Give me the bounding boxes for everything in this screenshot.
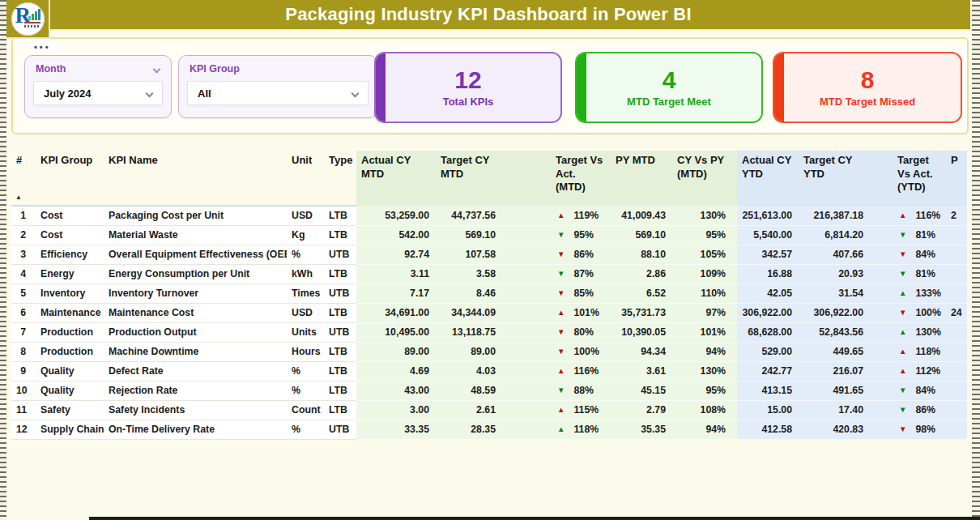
table-row[interactable]: 9QualityDefect Rate%LTB4.694.03▲116%3.61… [11,361,967,381]
cell-type: UTB [324,322,356,342]
mtd-target-meet-value: 4 [663,67,676,93]
spacer-cell [502,400,551,420]
bar-chart-icon [28,9,40,20]
col-header-unit[interactable]: Unit [287,151,324,206]
cell-actual_ytd: 251,613.00 [737,206,799,225]
month-slicer: Month July 2024 [24,55,172,118]
col-header-kpi-name[interactable]: KPI Name [104,151,287,206]
trend-up-icon: ▲ [899,211,906,220]
col-header-target-cy-ytd[interactable]: Target CY YTD [799,151,870,206]
col-header-kpi-group[interactable]: KPI Group [36,151,104,206]
table-row[interactable]: 10QualityRejection Rate%LTB43.0048.59▼88… [11,381,967,400]
chevron-down-icon[interactable] [146,89,154,97]
spacer-cell [502,283,551,303]
sort-ascending-icon[interactable]: ▲ [15,194,22,202]
filter-summary-panel: ••• Month July 2024 KPI Group All 12 T [11,37,969,134]
col-header-py-ytd-partial[interactable]: P [946,151,967,206]
variance-value: 98% [915,424,935,435]
table-row[interactable]: 2CostMaterial WasteKgLTB542.00569.10▼95%… [11,225,967,245]
variance-value: 84% [915,385,935,396]
cell-py_mtd: 2.79 [611,400,672,420]
cell-num: 12 [11,420,36,439]
variance-value: 86% [915,404,935,416]
cell-py_mtd: 35,731.73 [611,303,672,322]
col-header-actual-cy-mtd[interactable]: Actual CY MTD [356,151,436,206]
cell-num: 5 [11,283,36,303]
cell-target_ytd: 491.65 [799,381,870,400]
table-row[interactable]: 6MaintenanceMaintenance CostUSDLTB34,691… [11,303,967,322]
cell-num: 6 [11,303,36,322]
col-header-py-mtd[interactable]: PY MTD [611,151,672,206]
cell-type: LTB [324,361,356,381]
cell-unit: % [287,420,324,439]
total-kpis-label: Total KPIs [443,96,494,108]
variance-cell: ▲115% [551,400,611,420]
kpi-group-slicer-header[interactable]: KPI Group [179,56,377,79]
variance-cell: ▲130% [893,322,946,342]
cell-cyvspy_mtd: 130% [672,206,737,225]
table-row[interactable]: 7ProductionProduction OutputUnitsUTB10,4… [11,322,967,342]
month-slicer-label: Month [36,63,66,75]
spacer-cell [502,361,551,381]
left-perforation-edge [0,0,6,520]
variance-cell: ▼84% [893,381,946,400]
col-header-cy-vs-py-mtd[interactable]: CY Vs PY (MTD) [672,151,737,206]
month-dropdown[interactable]: July 2024 [33,81,163,105]
trend-down-icon: ▼ [557,230,565,239]
table-row[interactable]: 8ProductionMachine DowntimeHoursLTB89.00… [11,342,967,361]
trend-down-icon: ▼ [557,347,565,356]
variance-cell: ▲133% [893,283,946,303]
cell-group: Efficiency [36,245,104,264]
cell-unit: Count [287,400,324,420]
variance-value: 118% [573,424,599,435]
trend-up-icon: ▲ [557,405,565,414]
variance-value: 116% [915,210,940,221]
month-slicer-header[interactable]: Month [25,56,171,79]
cell-actual_mtd: 53,259.00 [356,206,436,225]
col-header-target-vs-act-ytd[interactable]: Target Vs Act. (YTD) [893,151,946,206]
chevron-down-icon[interactable] [352,89,360,97]
table-row[interactable]: 1CostPackaging Cost per UnitUSDLTB53,259… [11,206,967,225]
table-row[interactable]: 11SafetySafety IncidentsCountLTB3.002.61… [11,400,967,420]
cell-type: UTB [324,283,356,303]
variance-value: 81% [915,268,935,279]
variance-cell: ▼98% [893,420,946,439]
cell-group: Cost [36,225,104,245]
table-row[interactable]: 4EnergyEnergy Consumption per UnitkWhLTB… [11,264,967,283]
variance-value: 100% [915,307,940,318]
col-header-target-cy-mtd[interactable]: Target CY MTD [436,151,502,206]
page-title: Packaging Industry KPI Dashboard in Powe… [285,4,691,25]
cell-py_ytd [946,225,967,245]
cell-actual_ytd: 68,628.00 [737,322,799,342]
cell-actual_ytd: 306,922.00 [737,303,799,322]
trend-up-icon: ▲ [899,288,906,297]
cell-type: LTB [324,400,356,420]
table-row[interactable]: 12Supply ChainOn-Time Delivery Rate%UTB3… [11,420,967,439]
kpi-group-dropdown[interactable]: All [187,81,369,105]
cell-type: LTB [324,225,356,245]
cell-py_mtd: 569.10 [611,225,672,245]
cell-cyvspy_mtd: 101% [672,322,737,342]
cell-target_mtd: 107.58 [436,245,502,264]
table-row[interactable]: 5InventoryInventory TurnoverTimesUTB7.17… [11,283,967,303]
chevron-down-icon[interactable] [153,65,161,73]
cell-name: Maintenance Cost [104,303,287,322]
month-dropdown-value: July 2024 [44,87,92,100]
cell-cyvspy_mtd: 95% [672,381,737,400]
variance-value: 88% [573,385,594,396]
col-header-spacer [870,151,893,206]
table-row[interactable]: 3EfficiencyOverall Equipment Effectivene… [11,245,967,264]
col-header-type[interactable]: Type [324,151,356,206]
cell-py_mtd: 88.10 [611,245,672,264]
cell-actual_mtd: 10,495.00 [356,322,436,342]
col-header-index[interactable]: # ▲ [11,151,36,206]
trend-down-icon: ▼ [899,424,906,433]
more-options-icon[interactable]: ••• [29,42,56,52]
cell-type: LTB [324,303,356,322]
col-header-target-vs-act-mtd[interactable]: Target Vs Act. (MTD) [551,151,611,206]
variance-value: 101% [573,307,599,318]
trend-up-icon: ▲ [899,366,906,375]
col-header-actual-cy-ytd[interactable]: Actual CY YTD [737,151,799,206]
variance-cell: ▼87% [551,264,611,283]
cell-unit: Units [287,322,324,342]
